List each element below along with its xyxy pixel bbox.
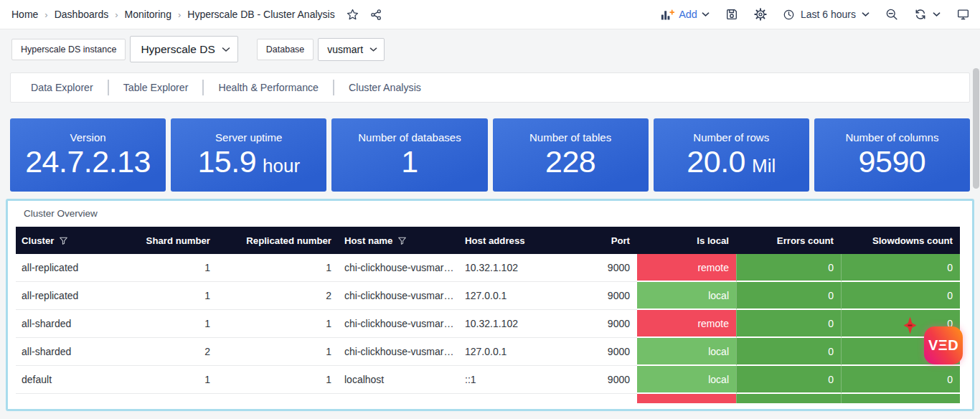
- cluster-table: ClusterShard numberReplicated numberHost…: [16, 227, 960, 403]
- table-cell-replicated-number: 1: [217, 310, 339, 338]
- breadcrumb-home[interactable]: Home: [11, 9, 38, 20]
- table-cell-is-local: remote: [637, 254, 736, 282]
- tab-separator: [108, 80, 109, 95]
- table-cell-replicated-number: 1: [217, 254, 339, 282]
- breadcrumb: Home › Dashboards › Monitoring › Hypersc…: [11, 9, 382, 21]
- table-cell-host-name: chi-clickhouse-vusmar…: [339, 282, 459, 310]
- monitor-icon: [956, 8, 970, 21]
- tab-table-explorer[interactable]: Table Explorer: [123, 82, 189, 93]
- save-dashboard-button[interactable]: [725, 8, 738, 21]
- stat-title: Number of rows: [693, 131, 769, 143]
- stat-value: 9590: [859, 146, 926, 178]
- column-header-label: Is local: [697, 235, 729, 246]
- chevron-down-icon: [862, 11, 870, 17]
- refresh-button[interactable]: [914, 8, 927, 21]
- add-label: Add: [679, 9, 697, 20]
- column-header-label: Host name: [344, 235, 392, 246]
- table-cell-port: [583, 394, 637, 403]
- variable-select-instance[interactable]: Hyperscale DS: [130, 36, 237, 62]
- table-cell-host-address: 10.32.1.102: [459, 254, 583, 282]
- stat-value: 1: [401, 146, 418, 178]
- table-cell-host-name: chi-clickhouse-vusmar…: [339, 338, 459, 366]
- stat-title: Version: [70, 131, 106, 143]
- tab-data-explorer[interactable]: Data Explorer: [31, 82, 93, 93]
- stat-unit: hour: [263, 155, 300, 177]
- table-cell-errors-count: 0: [736, 366, 841, 394]
- star-icon: [347, 9, 359, 21]
- table-cell-slowdowns-count: 0: [841, 366, 960, 394]
- column-header-shard-number[interactable]: Shard number: [140, 227, 217, 254]
- breadcrumb-dashboards[interactable]: Dashboards: [55, 9, 109, 20]
- table-cell-replicated-number: [217, 394, 339, 403]
- breadcrumb-separator: ›: [44, 9, 47, 20]
- column-header-label: Port: [611, 235, 630, 246]
- tab-health-performance[interactable]: Health & Performance: [218, 82, 319, 93]
- table-cell-is-local: local: [637, 366, 736, 394]
- table-cell-slowdowns-count: [841, 394, 960, 403]
- share-icon: [370, 9, 382, 21]
- table-cell-port: 9000: [583, 310, 637, 338]
- column-header-slowdowns-count[interactable]: Slowdowns count: [841, 227, 960, 254]
- column-header-errors-count[interactable]: Errors count: [736, 227, 841, 254]
- column-header-replicated-number[interactable]: Replicated number: [217, 227, 339, 254]
- table-cell-port: 9000: [583, 338, 637, 366]
- share-dashboard-button[interactable]: [370, 9, 382, 21]
- panel-title[interactable]: Cluster Overview: [8, 201, 98, 227]
- table-cell-host-address: [459, 394, 583, 403]
- tab-separator: [202, 80, 204, 95]
- stats-row: Version 24.7.2.13 Server uptime 15.9hour…: [10, 118, 970, 192]
- chevron-down-icon: [702, 11, 710, 17]
- dashboard-settings-button[interactable]: [754, 8, 767, 21]
- table-cell-port: 9000: [583, 254, 637, 282]
- cursor-sparkle-icon: [903, 316, 917, 337]
- favorite-star-button[interactable]: [347, 9, 359, 21]
- dashboard-variables-row: Hyperscale DS instance Hyperscale DS Dat…: [0, 29, 980, 62]
- table-cell-host-address: ::1: [459, 366, 583, 394]
- breadcrumb-monitoring[interactable]: Monitoring: [125, 9, 171, 20]
- dashboard-links-panel: Data Explorer Table Explorer Health & Pe…: [10, 72, 970, 103]
- table-cell-host-name: chi-clickhouse-vusmar…: [339, 310, 459, 338]
- clock-icon: [783, 9, 795, 21]
- column-header-cluster[interactable]: Cluster: [16, 227, 140, 254]
- table-row-partial: [16, 394, 960, 403]
- stat-value: 24.7.2.13: [25, 146, 151, 178]
- column-header-label: Cluster: [22, 235, 54, 246]
- refresh-interval-dropdown[interactable]: [933, 11, 941, 17]
- column-header-port[interactable]: Port: [583, 227, 637, 254]
- table-row: all-sharded11chi-clickhouse-vusmar…10.32…: [16, 310, 960, 338]
- table-cell-port: 9000: [583, 282, 637, 310]
- add-panel-button[interactable]: Add: [661, 9, 710, 21]
- variable-select-database[interactable]: vusmart: [318, 38, 385, 61]
- stat-panel-number-of-rows: Number of rows 20.0Mil: [654, 118, 809, 192]
- column-header-label: Replicated number: [246, 235, 331, 246]
- table-row: default11localhost::19000local00: [16, 366, 960, 394]
- filter-icon[interactable]: [59, 236, 68, 245]
- tab-separator: [333, 80, 334, 95]
- variable-value-instance: Hyperscale DS: [141, 43, 215, 56]
- tab-cluster-analysis[interactable]: Cluster Analysis: [349, 82, 421, 93]
- stat-value: 15.9: [197, 146, 256, 178]
- table-cell-is-local: local: [637, 338, 736, 366]
- table-cell-shard-number: 1: [140, 282, 217, 310]
- time-range-picker[interactable]: Last 6 hours: [783, 9, 870, 21]
- page-scrollbar-thumb[interactable]: [973, 68, 979, 189]
- zoom-out-time-button[interactable]: [885, 8, 898, 21]
- ved-watermark: VΞD: [924, 326, 963, 364]
- variable-value-database: vusmart: [327, 44, 363, 55]
- stat-value: 20.0: [687, 146, 745, 178]
- table-cell-replicated-number: 1: [217, 338, 339, 366]
- table-cell-shard-number: 1: [140, 254, 217, 282]
- refresh-icon: [914, 8, 927, 21]
- column-header-host-name[interactable]: Host name: [339, 227, 459, 254]
- tv-mode-button[interactable]: [956, 8, 970, 21]
- column-header-is-local[interactable]: Is local: [637, 227, 736, 254]
- table-cell-replicated-number: 2: [217, 282, 339, 310]
- bar-chart-plus-icon: [661, 9, 674, 21]
- column-header-host-address[interactable]: Host address: [459, 227, 583, 254]
- table-cell-shard-number: [140, 394, 217, 403]
- filter-icon[interactable]: [397, 236, 407, 245]
- table-cell-host-address: 127.0.0.1: [459, 282, 583, 310]
- zoom-out-icon: [885, 8, 898, 21]
- table-cell-errors-count: 0: [736, 338, 841, 366]
- table-cell-host-name: chi-clickhouse-vusmar…: [339, 254, 459, 282]
